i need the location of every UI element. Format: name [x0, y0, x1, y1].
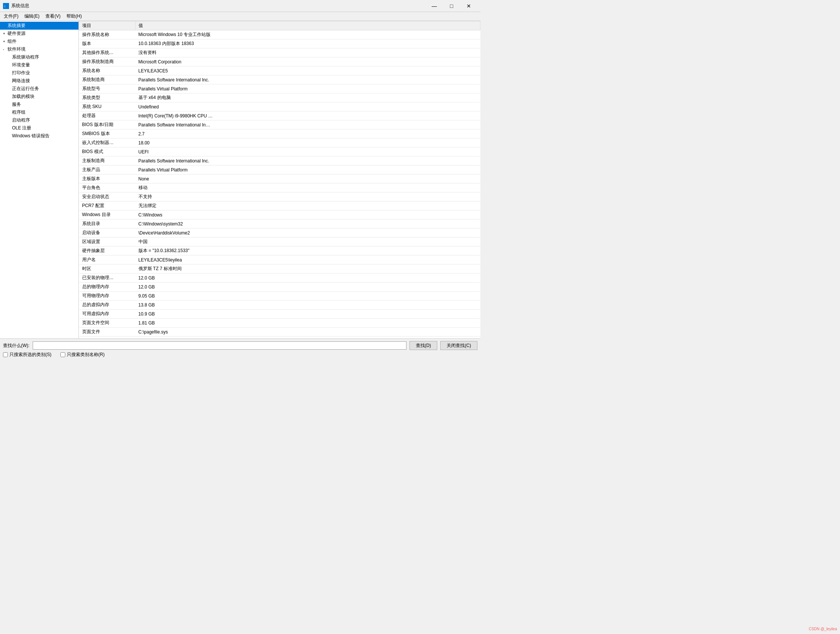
sidebar-item-program-groups[interactable]: 程序组: [0, 109, 79, 116]
sidebar-item-services[interactable]: 服务: [0, 101, 79, 109]
table-cell-value: Parallels Virtual Platform: [136, 84, 480, 93]
menu-view[interactable]: 查看(V): [43, 13, 63, 20]
sidebar-item-hardware-resources[interactable]: + 硬件资源: [0, 30, 79, 38]
sidebar-item-system-drivers[interactable]: 系统驱动程序: [0, 53, 79, 61]
menu-edit[interactable]: 编辑(E): [21, 13, 43, 20]
table-row: 系统制造商Parallels Software International In…: [79, 76, 480, 84]
table-cell-value: Undefined: [136, 103, 480, 111]
table-cell-item: 系统型号: [79, 84, 136, 93]
table-cell-item: 内核 DMA 保护: [79, 336, 136, 339]
table-cell-value: C:\Windows\system32: [136, 219, 480, 229]
table-row: 平台角色移动: [79, 183, 480, 192]
sidebar-item-software-env[interactable]: - 软件环境: [0, 46, 79, 53]
sidebar-item-components[interactable]: + 组件: [0, 38, 79, 46]
table-row: 主板版本None: [79, 174, 480, 183]
sidebar-label-components: 组件: [8, 38, 16, 45]
table-row: 操作系统制造商Microsoft Corporation: [79, 57, 480, 66]
sidebar-item-ole[interactable]: OLE 注册: [0, 124, 79, 132]
menu-help[interactable]: 帮助(H): [63, 13, 85, 20]
table-row: 操作系统名称Microsoft Windows 10 专业工作站版: [79, 30, 480, 39]
table-cell-value: Microsoft Windows 10 专业工作站版: [136, 30, 480, 39]
svg-text:i: i: [5, 5, 5, 8]
expand-icon-software: -: [3, 47, 7, 51]
table-cell-value: 版本 = "10.0.18362.1533": [136, 246, 480, 255]
table-cell-item: 系统制造商: [79, 76, 136, 84]
table-cell-item: 操作系统名称: [79, 30, 136, 39]
table-cell-item: 页面文件: [79, 328, 136, 336]
table-cell-value: Parallels Virtual Platform: [136, 166, 480, 174]
table-row: 嵌入式控制器…18.00: [79, 139, 480, 147]
table-row: 可用物理内存9.05 GB: [79, 292, 480, 301]
close-button[interactable]: ✕: [460, 0, 477, 12]
maximize-button[interactable]: □: [443, 0, 460, 12]
table-cell-item: 版本: [79, 39, 136, 48]
table-cell-item: 主板产品: [79, 166, 136, 174]
sidebar-item-print-jobs[interactable]: 打印作业: [0, 69, 79, 77]
table-cell-item: 其他操作系统…: [79, 48, 136, 57]
find-button[interactable]: 查找(D): [409, 341, 437, 350]
table-cell-item: BIOS 版本/日期: [79, 120, 136, 129]
table-cell-item: PCR7 配置: [79, 202, 136, 210]
table-cell-item: 已安装的物理…: [79, 273, 136, 282]
table-cell-value: 中国: [136, 238, 480, 246]
checkbox-category-label[interactable]: 只搜索所选的类别(S): [3, 352, 51, 358]
table-cell-value: 10.9 GB: [136, 309, 480, 319]
table-cell-item: 系统名称: [79, 66, 136, 76]
checkbox-name-label[interactable]: 只搜索类别名称(R): [60, 352, 105, 358]
checkbox-category[interactable]: [3, 352, 8, 357]
table-cell-item: 安全启动状态: [79, 192, 136, 202]
table-cell-value: 不支持: [136, 192, 480, 202]
table-cell-item: 总的虚拟内存: [79, 301, 136, 309]
table-row: SMBIOS 版本2.7: [79, 129, 480, 139]
sidebar-item-network[interactable]: 网络连接: [0, 77, 79, 85]
table-cell-value: C:\pagefile.sys: [136, 328, 480, 336]
content-area: 系统摘要 + 硬件资源 + 组件 - 软件环境 系统驱动程序 环境变量: [0, 21, 480, 338]
sidebar-label-tasks: 正在运行任务: [12, 85, 39, 92]
sidebar-item-loaded-modules[interactable]: 加载的模块: [0, 93, 79, 101]
info-table-container[interactable]: 项目 值 操作系统名称Microsoft Windows 10 专业工作站版版本…: [79, 21, 480, 338]
table-cell-value: Parallels Software International Inc.: [136, 156, 480, 166]
checkbox-name-text: 只搜索类别名称(R): [67, 352, 105, 358]
table-row: 内核 DMA 保护关闭: [79, 336, 480, 339]
title-bar: i 系统信息 — □ ✕: [0, 0, 480, 12]
table-cell-value: 10.0.18363 内部版本 18363: [136, 39, 480, 48]
sidebar-item-system-summary[interactable]: 系统摘要: [0, 22, 79, 30]
col-header-item: 项目: [79, 21, 136, 30]
table-cell-item: 主板版本: [79, 174, 136, 183]
sidebar-label-services: 服务: [12, 101, 21, 108]
table-cell-value: Microsoft Corporation: [136, 57, 480, 66]
table-cell-item: 用户名: [79, 255, 136, 265]
sidebar-label-print: 打印作业: [12, 70, 30, 76]
table-row: 其他操作系统…没有资料: [79, 48, 480, 57]
checkbox-name[interactable]: [60, 352, 65, 357]
table-row: 可用虚拟内存10.9 GB: [79, 309, 480, 319]
app-icon: i: [3, 3, 9, 9]
menu-file[interactable]: 文件(F): [1, 13, 21, 20]
checkbox-category-text: 只搜索所选的类别(S): [9, 352, 51, 358]
main-container: 系统摘要 + 硬件资源 + 组件 - 软件环境 系统驱动程序 环境变量: [0, 21, 480, 360]
table-cell-item: 页面文件空间: [79, 319, 136, 328]
minimize-button[interactable]: —: [426, 0, 443, 12]
table-row: 主板制造商Parallels Software International In…: [79, 156, 480, 166]
table-cell-value: 基于 x64 的电脑: [136, 93, 480, 103]
sidebar: 系统摘要 + 硬件资源 + 组件 - 软件环境 系统驱动程序 环境变量: [0, 21, 79, 338]
table-cell-value: None: [136, 174, 480, 183]
sidebar-item-env-vars[interactable]: 环境变量: [0, 61, 79, 69]
close-find-button[interactable]: 关闭查找(C): [440, 341, 477, 350]
table-row: 总的物理内存12.0 GB: [79, 282, 480, 292]
table-cell-item: 嵌入式控制器…: [79, 139, 136, 147]
table-row: 系统型号Parallels Virtual Platform: [79, 84, 480, 93]
sidebar-item-windows-errors[interactable]: Windows 错误报告: [0, 132, 79, 140]
table-cell-value: 13.8 GB: [136, 301, 480, 309]
sidebar-item-running-tasks[interactable]: 正在运行任务: [0, 85, 79, 93]
table-row: 安全启动状态不支持: [79, 192, 480, 202]
sidebar-item-startup[interactable]: 启动程序: [0, 116, 79, 124]
table-row: 总的虚拟内存13.8 GB: [79, 301, 480, 309]
table-row: PCR7 配置无法绑定: [79, 202, 480, 210]
search-input[interactable]: [33, 341, 406, 350]
sidebar-label-modules: 加载的模块: [12, 93, 35, 100]
table-row: 系统 SKUUndefined: [79, 103, 480, 111]
table-cell-item: 系统目录: [79, 219, 136, 229]
table-cell-item: Windows 目录: [79, 210, 136, 219]
sidebar-label-system-summary: 系统摘要: [8, 22, 25, 29]
